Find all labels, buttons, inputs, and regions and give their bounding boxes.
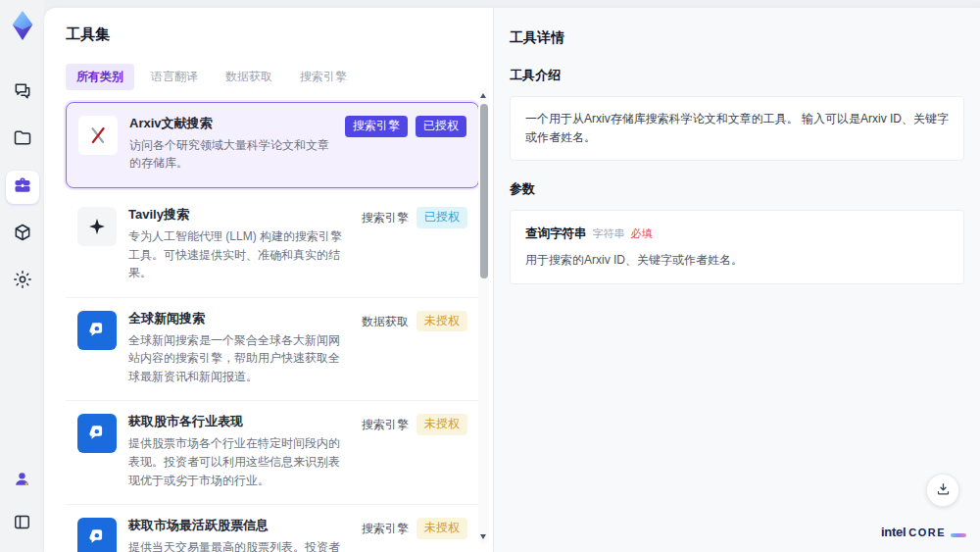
tool-text: 获取股市各行业表现 提供股票市场各个行业在特定时间段内的表现。投资者可以利用这些… [128, 414, 350, 489]
page-title: 工具集 [66, 25, 493, 44]
tool-auth-badge: 已授权 [416, 207, 467, 228]
tool-category-label: 搜索引擎 [362, 518, 409, 537]
tool-text: 获取市场最活跃股票信息 提供当天交易量最高的股票列表。投资者可以利用这些信息来识… [128, 518, 350, 552]
download-button[interactable] [926, 474, 959, 507]
tool-card[interactable]: 获取股市各行业表现 提供股票市场各个行业在特定时间段内的表现。投资者可以利用这些… [66, 401, 479, 505]
params-section-title: 参数 [510, 180, 964, 198]
app-window: 工具集 所有类别语言翻译数据获取搜索引擎 Arxiv文献搜索 访问各个研究领域大… [0, 0, 980, 552]
scrollbar-down-arrow-icon[interactable] [480, 534, 486, 539]
tool-card[interactable]: 获取市场最活跃股票信息 提供当天交易量最高的股票列表。投资者可以利用这些信息来识… [66, 505, 479, 552]
sidebar-item-tools[interactable] [6, 171, 39, 204]
category-tabs: 所有类别语言翻译数据获取搜索引擎 [66, 64, 493, 90]
app-logo-icon[interactable] [6, 8, 39, 43]
tool-description: 全球新闻搜索是一个聚合全球各大新闻网站内容的搜索引擎，帮助用户快速获取全球最新资… [128, 331, 350, 386]
tool-meta: 搜索引擎 已授权 [362, 207, 467, 282]
tool-title: 全球新闻搜索 [128, 311, 350, 327]
sidebar-rail [0, 0, 44, 552]
tab-category-2[interactable]: 数据获取 [215, 64, 283, 90]
tool-title: Tavily搜索 [128, 207, 350, 224]
tool-meta: 数据获取 未授权 [362, 311, 467, 386]
tab-category-1[interactable]: 语言翻译 [140, 64, 209, 90]
gear-icon [13, 270, 32, 293]
intel-wordmark: intel [881, 525, 906, 539]
parameter-name: 查询字符串 [525, 224, 587, 243]
download-icon [936, 481, 951, 500]
chat-icon [13, 81, 32, 105]
tool-category-label: 搜索引擎 [362, 414, 409, 433]
folder-icon [13, 128, 32, 152]
sidebar-item-settings[interactable] [6, 265, 39, 298]
tool-auth-badge: 未授权 [416, 414, 467, 435]
sidebar-item-models[interactable] [6, 218, 39, 251]
tool-text: Arxiv文献搜索 访问各个研究领域大量科学论文和文章的存储库。 [129, 116, 333, 173]
parameter-header: 查询字符串 字符串 必填 [525, 224, 949, 243]
tool-intro-text: 一个用于从Arxiv存储库搜索科学论文和文章的工具。 输入可以是Arxiv ID… [525, 112, 949, 144]
parameter-box: 查询字符串 字符串 必填 用于搜索的Arxiv ID、关键字或作者姓名。 [510, 210, 964, 283]
parameter-description: 用于搜索的Arxiv ID、关键字或作者姓名。 [525, 251, 949, 270]
tool-auth-badge: 已授权 [416, 116, 466, 137]
tool-intro-box: 一个用于从Arxiv存储库搜索科学论文和文章的工具。 输入可以是Arxiv ID… [510, 96, 964, 161]
ultra-gradient-mark [951, 533, 966, 537]
tool-title: 获取市场最活跃股票信息 [128, 518, 350, 534]
tool-meta: 搜索引擎 未授权 [362, 518, 467, 552]
main-panel: 工具集 所有类别语言翻译数据获取搜索引擎 Arxiv文献搜索 访问各个研究领域大… [44, 8, 980, 552]
scrollbar-thumb[interactable] [480, 104, 488, 278]
sidebar-bottom [6, 464, 39, 540]
tavily-star-icon [77, 207, 117, 246]
news-bubble-icon [77, 311, 117, 350]
tool-description: 访问各个研究领域大量科学论文和文章的存储库。 [129, 136, 333, 173]
tool-card[interactable]: Tavily搜索 专为人工智能代理 (LLM) 构建的搜索引擎工具。可快速提供实… [66, 194, 479, 298]
news-bubble-icon [77, 518, 117, 552]
sidebar-item-account[interactable] [6, 464, 39, 497]
tool-text: 全球新闻搜索 全球新闻搜索是一个聚合全球各大新闻网站内容的搜索引擎，帮助用户快速… [128, 311, 350, 386]
arxiv-icon [78, 116, 118, 155]
sidebar-item-files[interactable] [6, 124, 39, 157]
intel-core-logo: intel core [881, 525, 966, 539]
panel-toggle-icon [13, 513, 31, 535]
parameter-required-flag: 必填 [631, 226, 653, 243]
tab-category-0[interactable]: 所有类别 [66, 64, 134, 90]
tool-card[interactable]: Arxiv文献搜索 访问各个研究领域大量科学论文和文章的存储库。 搜索引擎 已授… [66, 102, 479, 188]
scrollbar-up-arrow-icon[interactable] [480, 93, 486, 98]
intro-section-title: 工具介绍 [510, 67, 964, 84]
details-title: 工具详情 [510, 29, 964, 47]
tool-category-label: 搜索引擎 [345, 116, 408, 137]
tool-meta: 搜索引擎 未授权 [362, 414, 467, 489]
cube-icon [13, 223, 32, 246]
user-icon [13, 470, 31, 492]
parameter-type: 字符串 [593, 226, 625, 243]
tool-card[interactable]: 全球新闻搜索 全球新闻搜索是一个聚合全球各大新闻网站内容的搜索引擎，帮助用户快速… [66, 298, 479, 402]
briefcase-icon [13, 176, 32, 199]
tool-auth-badge: 未授权 [416, 311, 467, 332]
sidebar-item-chat[interactable] [6, 76, 39, 110]
tool-description: 专为人工智能代理 (LLM) 构建的搜索引擎工具。可快速提供实时、准确和真实的结… [128, 227, 350, 282]
tool-title: 获取股市各行业表现 [128, 414, 350, 430]
tool-meta: 搜索引擎 已授权 [345, 116, 466, 173]
tool-details-pane: 工具详情 工具介绍 一个用于从Arxiv存储库搜索科学论文和文章的工具。 输入可… [494, 8, 980, 552]
tool-description: 提供当天交易量最高的股票列表。投资者可以利用这些信息来识别流动性强的股票和潜在的… [128, 538, 350, 552]
tool-text: Tavily搜索 专为人工智能代理 (LLM) 构建的搜索引擎工具。可快速提供实… [128, 207, 350, 282]
list-scrollbar[interactable] [478, 88, 489, 544]
tool-auth-badge: 未授权 [416, 518, 467, 539]
tool-title: Arxiv文献搜索 [129, 116, 333, 132]
tool-list-pane: 工具集 所有类别语言翻译数据获取搜索引擎 Arxiv文献搜索 访问各个研究领域大… [44, 8, 493, 552]
news-bubble-icon [77, 414, 117, 453]
tool-description: 提供股票市场各个行业在特定时间段内的表现。投资者可以利用这些信息来识别表现优于或… [128, 434, 350, 489]
sidebar-item-collapse-panel[interactable] [6, 507, 39, 540]
tool-category-label: 搜索引擎 [362, 207, 409, 226]
tab-category-3[interactable]: 搜索引擎 [289, 64, 358, 90]
tool-card-list: Arxiv文献搜索 访问各个研究领域大量科学论文和文章的存储库。 搜索引擎 已授… [66, 102, 479, 552]
core-wordmark: core [908, 527, 946, 538]
tool-category-label: 数据获取 [362, 311, 409, 330]
sidebar-nav [6, 76, 39, 298]
